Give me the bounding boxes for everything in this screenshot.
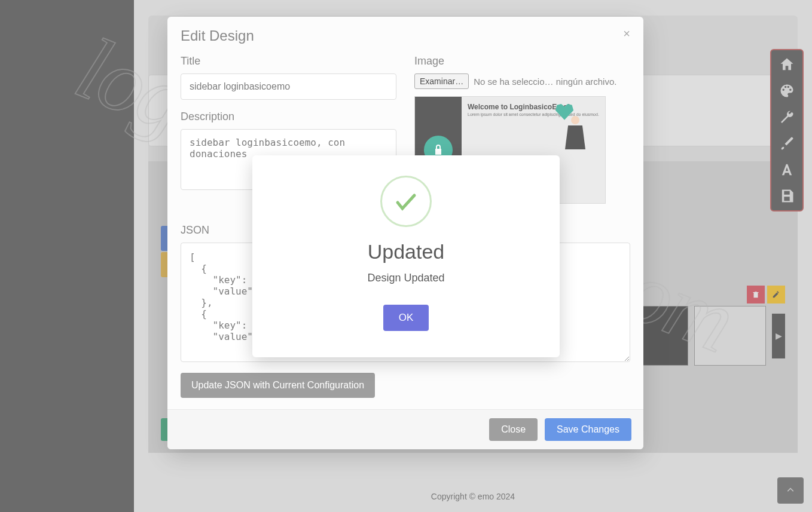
success-subtitle: Design Updated xyxy=(367,272,444,284)
check-icon xyxy=(380,176,432,227)
success-title: Updated xyxy=(368,240,445,263)
success-dialog: Updated Design Updated OK xyxy=(252,155,560,357)
ok-button[interactable]: OK xyxy=(383,305,429,331)
